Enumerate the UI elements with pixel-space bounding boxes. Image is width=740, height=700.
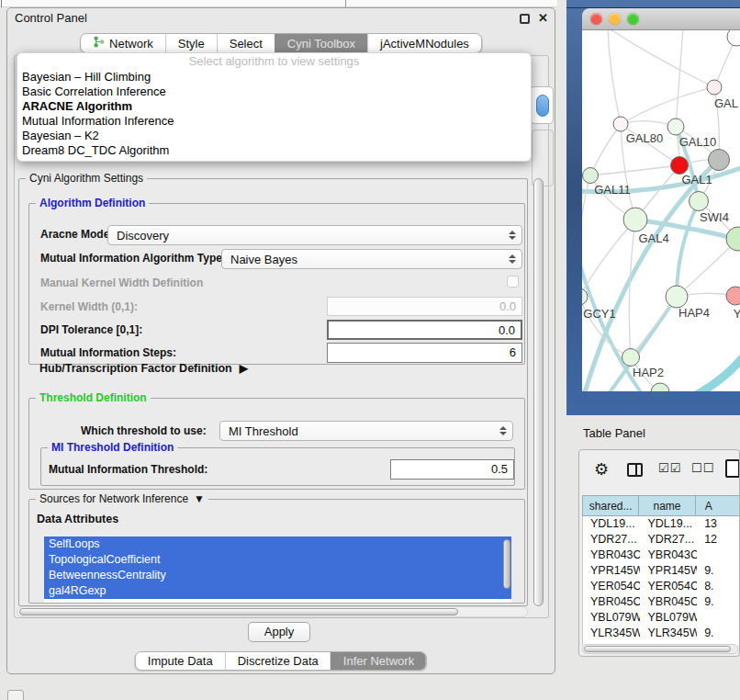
table-horizontal-scrollbar[interactable] xyxy=(582,644,738,654)
network-node[interactable] xyxy=(623,208,647,231)
hub-definition-expander[interactable]: Hub/Transcription Factor Definition ▶ xyxy=(39,362,248,375)
network-node[interactable] xyxy=(707,80,722,95)
network-node[interactable] xyxy=(671,157,689,175)
attribute-item[interactable]: TopologicalCoefficient xyxy=(44,552,511,568)
column-header-name[interactable]: name xyxy=(639,495,695,516)
table-header-row: shared... name A xyxy=(582,495,740,516)
column-header-shared-name[interactable]: shared... xyxy=(582,495,639,516)
table-row[interactable]: YBR045CYBR045C9. xyxy=(583,594,740,610)
bottom-left-mini-button[interactable] xyxy=(7,690,24,700)
screen: Control Panel ✕ Network Style Select xyxy=(0,0,740,700)
tab-select-label: Select xyxy=(230,37,263,51)
table-row[interactable]: YBL079WYBL079W xyxy=(583,610,740,626)
aracne-mode-label: Aracne Mode: xyxy=(40,228,113,241)
algorithm-option[interactable]: Bayesian – K2 xyxy=(17,129,531,143)
algorithm-option[interactable]: Dream8 DC_TDC Algorithm xyxy=(17,143,531,158)
settings-vertical-scrollbar-thumb[interactable] xyxy=(533,178,544,606)
network-node[interactable] xyxy=(709,150,730,171)
network-node[interactable] xyxy=(667,119,684,135)
window-minimize-icon[interactable] xyxy=(609,13,621,25)
mi-algorithm-type-value: Naive Bayes xyxy=(230,253,297,266)
checked-boxes-icon[interactable]: ☑☑ xyxy=(658,461,681,475)
settings-horizontal-scrollbar-thumb[interactable] xyxy=(19,608,458,615)
sources-group-title: Sources for Network Inference xyxy=(39,492,188,505)
document-icon[interactable] xyxy=(725,459,740,478)
algorithm-definition-group: Algorithm Definition Aracne Mode: Discov… xyxy=(28,203,525,365)
table-row[interactable]: YLR345WYLR345W9. xyxy=(583,626,740,641)
table-row[interactable]: YER054CYER054C8. xyxy=(583,579,740,594)
tab-infer-network[interactable]: Infer Network xyxy=(331,652,426,670)
gear-icon[interactable]: ⚙ xyxy=(594,459,609,480)
mi-steps-field[interactable]: 6 xyxy=(327,343,522,363)
network-window-titlebar[interactable] xyxy=(582,8,740,30)
network-node[interactable] xyxy=(651,383,669,391)
mi-threshold-definition-title: MI Threshold Definition xyxy=(48,441,177,454)
mi-threshold-definition-group: MI Threshold Definition Mutual Informati… xyxy=(40,447,515,486)
inference-algorithm-combobox-fragment[interactable] xyxy=(530,86,554,124)
tab-cyni-toolbox[interactable]: Cyni Toolbox xyxy=(275,34,367,52)
table-cell: YLR345W xyxy=(640,626,697,641)
network-node-label: GAL1 xyxy=(681,173,712,186)
settings-vertical-scrollbar[interactable] xyxy=(533,178,544,606)
network-view[interactable]: GALGAL80GAL10GAL1GAL11SWI4GAL4GCY1HAP4YH… xyxy=(582,30,740,391)
table-cell: YPR145W xyxy=(640,563,697,579)
network-node[interactable] xyxy=(666,286,688,308)
tab-impute-data[interactable]: Impute Data xyxy=(136,652,225,670)
table-row[interactable]: YPR145WYPR145W9. xyxy=(583,563,740,579)
network-node-label: SWI4 xyxy=(700,210,729,224)
sources-group-title-row[interactable]: Sources for Network Inference ▼ xyxy=(36,492,208,505)
combobox-arrows-button[interactable] xyxy=(536,95,549,117)
tab-network-label: Network xyxy=(109,37,153,51)
network-node[interactable] xyxy=(583,168,599,184)
table-panel: ⚙ ☑☑ ☐☐ shared... name A YDL19...YDL19..… xyxy=(578,449,740,657)
close-panel-icon[interactable]: ✕ xyxy=(538,11,548,25)
node-table: shared... name A YDL19...YDL19...13YDR27… xyxy=(582,495,740,645)
table-row[interactable]: YDR27...YDR27...12 xyxy=(583,532,740,548)
manual-kernel-width-checkbox[interactable] xyxy=(507,276,519,288)
table-cell: YDL19... xyxy=(640,516,697,532)
network-edge xyxy=(629,220,635,357)
algorithm-option[interactable]: Basic Correlation Inference xyxy=(17,85,531,99)
tab-network[interactable]: Network xyxy=(81,34,165,52)
top-edge-line xyxy=(1,0,2,7)
table-row[interactable]: YDL19...YDL19...13 xyxy=(583,516,740,532)
settings-horizontal-scrollbar[interactable] xyxy=(17,606,528,617)
float-panel-icon[interactable] xyxy=(520,14,530,24)
unchecked-boxes-icon[interactable]: ☐☐ xyxy=(691,461,714,475)
algorithm-option[interactable]: ARACNE Algorithm xyxy=(17,99,531,114)
attributes-scrollbar-thumb[interactable] xyxy=(503,539,510,589)
network-node[interactable] xyxy=(726,287,740,305)
dpi-tolerance-field[interactable]: 0.0 xyxy=(327,320,522,340)
columns-icon[interactable] xyxy=(627,463,643,477)
network-node[interactable] xyxy=(727,30,740,46)
mi-algorithm-type-combobox[interactable]: Naive Bayes xyxy=(221,249,522,269)
network-node[interactable] xyxy=(726,227,740,251)
network-node[interactable] xyxy=(613,117,628,131)
network-node[interactable] xyxy=(690,192,709,211)
table-cell: 9. xyxy=(697,594,740,610)
algorithm-option[interactable]: Bayesian – Hill Climbing xyxy=(17,70,531,85)
tab-jactivemnodules[interactable]: jActiveMNodules xyxy=(367,34,481,52)
window-zoom-icon[interactable] xyxy=(627,13,639,25)
algorithm-dropdown-list: Bayesian – Hill ClimbingBasic Correlatio… xyxy=(17,70,531,158)
attribute-item[interactable]: SelfLoops xyxy=(44,536,511,552)
network-edge xyxy=(621,87,714,124)
window-close-icon[interactable] xyxy=(590,13,602,25)
attribute-item[interactable]: gal4RGexp xyxy=(44,583,511,599)
which-threshold-combobox[interactable]: MI Threshold xyxy=(219,421,513,441)
aracne-mode-combobox[interactable]: Discovery xyxy=(107,225,522,245)
network-node-label: GAL10 xyxy=(679,135,716,149)
tab-select[interactable]: Select xyxy=(217,34,275,52)
data-attributes-label: Data Attributes xyxy=(37,513,118,525)
attribute-item[interactable]: BetweennessCentrality xyxy=(44,568,511,583)
algorithm-option[interactable]: Mutual Information Inference xyxy=(17,114,531,129)
column-header-partial[interactable]: A xyxy=(696,495,740,516)
kernel-width-field[interactable]: 0.0 xyxy=(327,297,522,316)
tab-discretize-data[interactable]: Discretize Data xyxy=(225,652,331,670)
network-node[interactable] xyxy=(622,349,640,367)
table-horizontal-scrollbar-thumb[interactable] xyxy=(584,646,731,652)
table-row[interactable]: YBR043CYBR043C xyxy=(583,548,740,563)
apply-button[interactable]: Apply xyxy=(248,622,310,642)
tab-style[interactable]: Style xyxy=(165,34,217,52)
mi-threshold-field[interactable]: 0.5 xyxy=(390,459,514,480)
